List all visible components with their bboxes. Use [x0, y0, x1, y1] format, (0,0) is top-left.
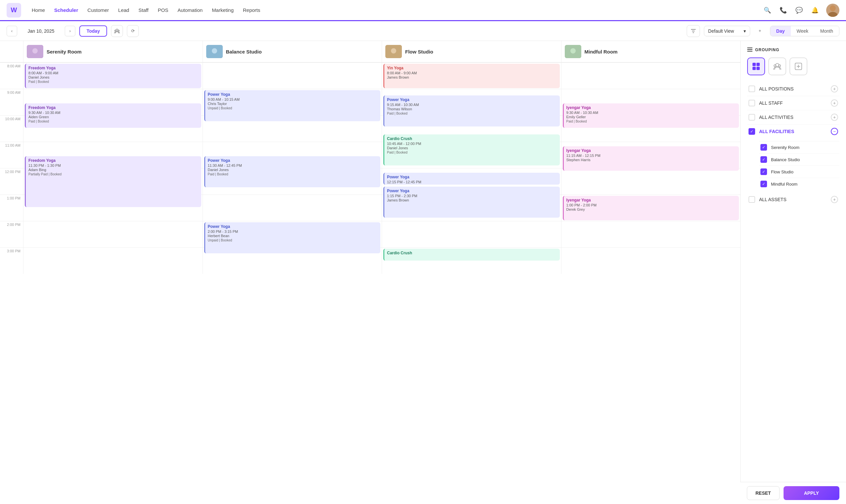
filter-all-assets[interactable]: ALL ASSETS +: [747, 193, 840, 206]
filter-button[interactable]: [687, 25, 700, 37]
checkbox-all-assets[interactable]: [748, 196, 755, 203]
time-12pm: 12:00 PM: [0, 168, 23, 195]
filter-all-activities[interactable]: ALL ACTIVITIES +: [747, 110, 840, 124]
group-icons: [747, 57, 840, 75]
time-gutter-header: [0, 41, 23, 62]
checkbox-all-facilities[interactable]: [748, 128, 755, 135]
tab-month[interactable]: Month: [814, 26, 839, 36]
staff-view-icon[interactable]: [111, 25, 123, 37]
refresh-icon[interactable]: ⟳: [127, 25, 139, 37]
avatar[interactable]: [826, 4, 840, 17]
event-f3[interactable]: Cardio Crush 10:45 AM - 12:00 PM Daniel …: [383, 134, 560, 165]
svg-point-2: [116, 29, 118, 31]
time-10am: 10:00 AM: [0, 115, 23, 142]
view-select[interactable]: Default View ▾: [704, 26, 750, 36]
toolbar: ‹ Jan 10, 2025 › Today ⟳ Default View ▾ …: [0, 21, 846, 41]
schedule-body: 8:00 AM 9:00 AM 10:00 AM 11:00 AM 12:00 …: [0, 62, 740, 274]
tab-day[interactable]: Day: [770, 26, 791, 36]
add-activities-icon[interactable]: +: [831, 114, 838, 121]
grouping-activity-button[interactable]: [790, 57, 807, 75]
time-column: 8:00 AM 9:00 AM 10:00 AM 11:00 AM 12:00 …: [0, 62, 23, 274]
room-thumb-flow: [385, 45, 402, 58]
filter-serenity-room[interactable]: Serenity Room: [759, 141, 840, 153]
filter-flow-studio[interactable]: Flow Studio: [759, 165, 840, 178]
logo[interactable]: W: [6, 3, 21, 18]
sub-filter-facilities: Serenity Room Balance Studio Flow Studio…: [747, 141, 840, 190]
event-f5[interactable]: Power Yoga 1:15 PM - 2:30 PM James Brown: [383, 186, 560, 218]
filter-mindful-room[interactable]: Mindful Room: [759, 178, 840, 190]
checkbox-all-positions[interactable]: [748, 86, 755, 92]
room-headers: Serenity Room Balance Studio Flow Studio…: [0, 41, 740, 62]
event-s1[interactable]: Freedom Yoga 8:00 AM - 9:00 AM Daniel Jo…: [25, 64, 201, 88]
room-name-serenity: Serenity Room: [47, 49, 82, 54]
nav-lead[interactable]: Lead: [118, 7, 129, 13]
grouping-room-button[interactable]: [747, 57, 765, 75]
svg-point-11: [212, 48, 217, 54]
filter-all-positions[interactable]: ALL POSITIONS +: [747, 82, 840, 96]
add-assets-icon[interactable]: +: [831, 196, 838, 203]
phone-icon[interactable]: 📞: [779, 6, 788, 15]
filter-all-staff[interactable]: ALL STAFF +: [747, 96, 840, 110]
room-col-serenity: Freedom Yoga 8:00 AM - 9:00 AM Daniel Jo…: [23, 62, 202, 274]
right-panel: GROUPING ALL POSITIONS + ALL STAFF: [740, 41, 846, 503]
tab-week[interactable]: Week: [791, 26, 815, 36]
svg-point-1: [828, 12, 838, 17]
label-mindful: Mindful Room: [771, 182, 838, 186]
top-nav: W Home Scheduler Customer Lead Staff POS…: [0, 0, 846, 21]
notification-icon[interactable]: 🔔: [810, 6, 819, 15]
event-s2[interactable]: Freedom Yoga 9:30 AM - 10:30 AM Aiden Gr…: [25, 103, 201, 128]
nav-pos[interactable]: POS: [158, 7, 169, 13]
grouping-staff-button[interactable]: [768, 57, 786, 75]
event-m3[interactable]: Iyengar Yoga 1:00 PM - 2:00 PM Derek Gre…: [563, 196, 739, 220]
minus-facilities-icon[interactable]: −: [831, 128, 838, 135]
today-button[interactable]: Today: [79, 25, 107, 37]
checkbox-flow[interactable]: [760, 168, 767, 175]
search-icon[interactable]: 🔍: [763, 6, 772, 15]
reset-button[interactable]: RESET: [747, 486, 779, 500]
favorite-button[interactable]: ✦: [754, 25, 766, 37]
add-positions-icon[interactable]: +: [831, 85, 838, 92]
filter-label-all-activities: ALL ACTIVITIES: [759, 114, 831, 120]
prev-date-button[interactable]: ‹: [6, 26, 17, 36]
nav-automation[interactable]: Automation: [177, 7, 202, 13]
room-col-mindful: Iyengar Yoga 9:30 AM - 10:30 AM Emily Ge…: [561, 62, 741, 274]
checkbox-mindful[interactable]: [760, 181, 767, 187]
svg-rect-22: [756, 67, 760, 70]
nav-home[interactable]: Home: [32, 7, 45, 13]
nav-scheduler[interactable]: Scheduler: [54, 7, 78, 13]
event-f4[interactable]: Power Yoga 12:15 PM - 12:45 PM: [383, 173, 560, 185]
checkbox-all-activities[interactable]: [748, 114, 755, 121]
nav-staff[interactable]: Staff: [139, 7, 149, 13]
checkbox-balance[interactable]: [760, 156, 767, 163]
filter-all-facilities[interactable]: ALL FACILITIES −: [747, 124, 840, 138]
next-date-button[interactable]: ›: [65, 26, 75, 36]
label-serenity: Serenity Room: [771, 145, 838, 150]
checkbox-serenity[interactable]: [760, 144, 767, 150]
svg-point-0: [830, 5, 836, 11]
whatsapp-icon[interactable]: 💬: [794, 6, 804, 15]
svg-rect-19: [753, 63, 756, 66]
event-s3[interactable]: Freedom Yoga 11:30 PM - 1:30 PM Adam Bin…: [25, 156, 201, 207]
room-thumb-mindful: [565, 45, 581, 58]
event-b2[interactable]: Power Yoga 11:30 AM - 12:45 PM Daniel Jo…: [204, 156, 381, 187]
event-m1[interactable]: Iyengar Yoga 9:30 AM - 10:30 AM Emily Ge…: [563, 103, 739, 128]
label-balance: Balance Studio: [771, 157, 838, 162]
date-display: Jan 10, 2025: [21, 29, 61, 34]
room-header-balance: Balance Studio: [202, 41, 382, 62]
event-b3[interactable]: Power Yoga 2:00 PM - 3:15 PM Herbert Bea…: [204, 222, 381, 253]
event-f1[interactable]: Yin Yoga 8:00 AM - 9:00 AM James Brown: [383, 64, 560, 88]
nav-customer[interactable]: Customer: [88, 7, 109, 13]
nav-reports[interactable]: Reports: [243, 7, 260, 13]
filter-section: ALL POSITIONS + ALL STAFF + ALL ACTIVITI…: [747, 82, 840, 138]
add-staff-icon[interactable]: +: [831, 100, 838, 107]
filter-label-all-facilities: ALL FACILITIES: [759, 129, 831, 134]
event-f2[interactable]: Power Yoga 9:15 AM - 10:30 AM Thomas Wil…: [383, 95, 560, 126]
checkbox-all-staff[interactable]: [748, 100, 755, 106]
svg-point-9: [32, 48, 38, 54]
event-b1[interactable]: Power Yoga 9:00 AM - 10:15 AM Chris Tayl…: [204, 90, 381, 121]
filter-balance-studio[interactable]: Balance Studio: [759, 153, 840, 165]
apply-button[interactable]: APPLY: [783, 486, 840, 500]
nav-marketing[interactable]: Marketing: [212, 7, 234, 13]
event-m2[interactable]: Iyengar Yoga 11:15 AM - 12:15 PM Stephen…: [563, 146, 739, 171]
event-f6[interactable]: Cardio Crush: [383, 249, 560, 260]
